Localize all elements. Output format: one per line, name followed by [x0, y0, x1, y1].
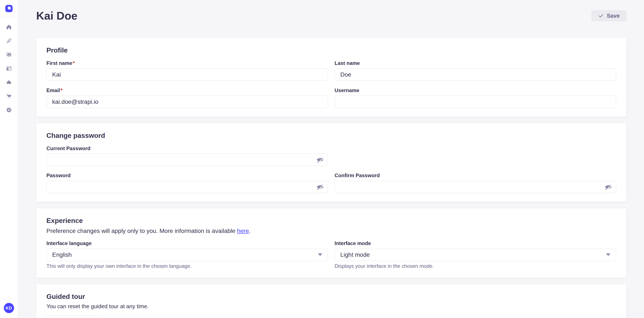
required-mark: * — [72, 60, 74, 66]
logo-section — [0, 0, 18, 17]
email-label: Email* — [46, 87, 328, 94]
username-label: Username — [334, 87, 616, 94]
confirm-password-wrap — [334, 181, 616, 193]
current-password-field-group: Current Password — [46, 146, 328, 166]
here-link[interactable]: here — [237, 228, 249, 234]
sidebar-item-settings[interactable] — [6, 107, 12, 113]
interface-mode-value: Light mode — [340, 251, 370, 258]
chevron-down-icon — [318, 253, 322, 256]
change-password-card: Change password Current Password — [36, 123, 626, 202]
interface-mode-select[interactable]: Light mode — [334, 249, 616, 261]
reset-guided-tour-button[interactable]: Reset guided tour — [46, 316, 101, 318]
sidebar: KD — [0, 0, 18, 318]
first-name-label-text: First name — [46, 60, 72, 66]
cloud-icon — [6, 79, 12, 85]
confirm-password-field-group: Confirm Password — [334, 172, 616, 193]
password-input[interactable] — [46, 181, 328, 193]
interface-mode-field-group: Interface mode Light mode Displays your … — [334, 240, 616, 269]
password-form-grid: Current Password — [46, 146, 616, 193]
interface-language-label: Interface language — [46, 240, 328, 247]
last-name-label: Last name — [334, 60, 616, 66]
last-name-field-group: Last name — [334, 60, 616, 81]
email-field-group: Email* — [46, 87, 328, 108]
profile-form-grid: First name* Last name Email* Username — [46, 60, 616, 108]
sidebar-item-media-library[interactable] — [6, 52, 12, 58]
check-icon — [598, 13, 604, 18]
toggle-current-password-visibility-button[interactable] — [316, 156, 324, 164]
confirm-password-input[interactable] — [334, 181, 616, 193]
first-name-label: First name* — [46, 60, 328, 66]
password-field-group: Password — [46, 172, 328, 193]
toggle-confirm-password-visibility-button[interactable] — [604, 183, 612, 191]
interface-mode-label: Interface mode — [334, 240, 616, 247]
profile-card: Profile First name* Last name Email* — [36, 38, 626, 117]
eye-slash-icon — [316, 156, 324, 164]
sidebar-bottom: KD — [0, 299, 18, 318]
current-password-wrap — [46, 154, 328, 166]
sidebar-item-content-manager[interactable] — [6, 38, 12, 44]
main-content: Kai Doe Save Profile First name* Las — [18, 0, 644, 318]
strapi-logo-icon — [5, 5, 12, 12]
experience-description: Preference changes will apply only to yo… — [46, 228, 616, 234]
guided-tour-heading: Guided tour — [46, 293, 616, 301]
current-password-input[interactable] — [46, 154, 328, 166]
cart-icon — [6, 93, 12, 99]
sidebar-item-home[interactable] — [6, 24, 12, 30]
password-wrap — [46, 181, 328, 193]
feather-icon — [6, 38, 12, 44]
save-button-label: Save — [607, 12, 620, 19]
current-password-label: Current Password — [46, 146, 328, 152]
gear-icon — [6, 107, 12, 113]
experience-heading: Experience — [46, 217, 616, 225]
sidebar-item-content-type-builder[interactable] — [6, 65, 12, 71]
interface-language-field-group: Interface language English This will onl… — [46, 240, 328, 269]
experience-form-grid: Interface language English This will onl… — [46, 240, 616, 269]
change-password-heading: Change password — [46, 132, 616, 140]
email-label-text: Email — [46, 87, 60, 93]
password-label: Password — [46, 172, 328, 179]
content: Profile First name* Last name Email* — [36, 38, 626, 318]
guided-tour-card: Guided tour You can reset the guided tou… — [36, 284, 626, 318]
page-title: Kai Doe — [36, 9, 78, 22]
first-name-field-group: First name* — [46, 60, 328, 81]
username-field-group: Username — [334, 87, 616, 108]
layout-icon — [6, 65, 12, 71]
home-icon — [6, 24, 12, 30]
required-mark: * — [60, 87, 62, 93]
experience-description-text: Preference changes will apply only to yo… — [46, 228, 237, 234]
interface-language-select[interactable]: English — [46, 249, 328, 261]
sidebar-item-marketplace[interactable] — [6, 93, 12, 99]
chevron-down-icon — [606, 253, 610, 256]
interface-language-value: English — [52, 251, 72, 258]
last-name-input[interactable] — [334, 68, 616, 81]
guided-tour-description: You can reset the guided tour at any tim… — [46, 303, 616, 310]
first-name-input[interactable] — [46, 68, 328, 81]
experience-description-suffix: . — [249, 228, 251, 234]
sidebar-item-deploy[interactable] — [6, 79, 12, 85]
toggle-password-visibility-button[interactable] — [316, 183, 324, 191]
eye-slash-icon — [604, 183, 612, 191]
interface-mode-hint: Displays your interface in the chosen mo… — [334, 263, 616, 269]
save-button[interactable]: Save — [592, 10, 626, 21]
username-input[interactable] — [334, 96, 616, 108]
strapi-logo[interactable] — [5, 5, 12, 12]
email-input[interactable] — [46, 96, 328, 108]
confirm-password-label: Confirm Password — [334, 172, 616, 179]
page-header: Kai Doe Save — [36, 8, 626, 24]
profile-heading: Profile — [46, 46, 616, 54]
sidebar-nav — [6, 24, 12, 113]
app: KD Kai Doe Save Profile First name* — [0, 0, 644, 318]
images-icon — [6, 52, 12, 58]
avatar[interactable]: KD — [4, 303, 14, 313]
interface-language-hint: This will only display your own interfac… — [46, 263, 328, 269]
empty-grid-cell — [334, 146, 616, 166]
experience-card: Experience Preference changes will apply… — [36, 208, 626, 278]
eye-slash-icon — [316, 183, 324, 191]
